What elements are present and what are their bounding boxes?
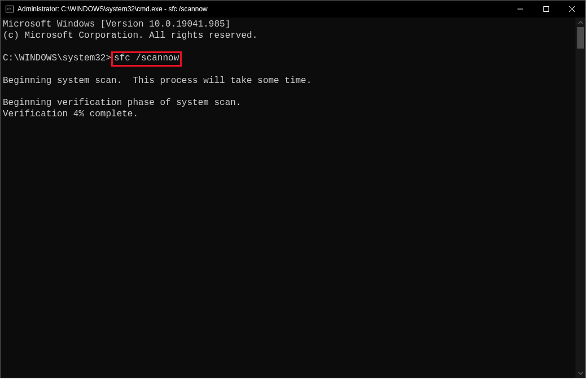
scroll-track[interactable] [576, 27, 585, 368]
scroll-up-arrow-icon[interactable] [576, 18, 585, 27]
progress-line: Verification 4% complete. [3, 109, 138, 119]
vertical-scrollbar[interactable] [576, 18, 585, 378]
minimize-button[interactable] [507, 1, 533, 18]
svg-rect-3 [544, 7, 549, 12]
copyright-line: (c) Microsoft Corporation. All rights re… [3, 30, 257, 41]
window-title: Administrator: C:\WINDOWS\system32\cmd.e… [17, 5, 507, 13]
window-controls [507, 1, 585, 18]
scan-begin-line: Beginning system scan. This process will… [3, 76, 311, 86]
verify-begin-line: Beginning verification phase of system s… [3, 98, 241, 108]
titlebar[interactable]: C:\ Administrator: C:\WINDOWS\system32\c… [1, 1, 585, 18]
prompt: C:\WINDOWS\system32> [3, 53, 111, 63]
terminal-output[interactable]: Microsoft Windows [Version 10.0.19041.98… [1, 18, 576, 378]
cmd-icon: C:\ [5, 5, 14, 14]
command-highlight: sfc /scannow [111, 51, 182, 67]
svg-text:C:\: C:\ [7, 7, 11, 11]
maximize-button[interactable] [533, 1, 559, 18]
entered-command: sfc /scannow [114, 53, 179, 63]
scroll-thumb[interactable] [577, 27, 584, 49]
cmd-window: C:\ Administrator: C:\WINDOWS\system32\c… [0, 0, 586, 378]
content-area: Microsoft Windows [Version 10.0.19041.98… [1, 18, 585, 378]
scroll-down-arrow-icon[interactable] [576, 368, 585, 378]
version-line: Microsoft Windows [Version 10.0.19041.98… [3, 19, 230, 29]
close-button[interactable] [559, 1, 585, 18]
